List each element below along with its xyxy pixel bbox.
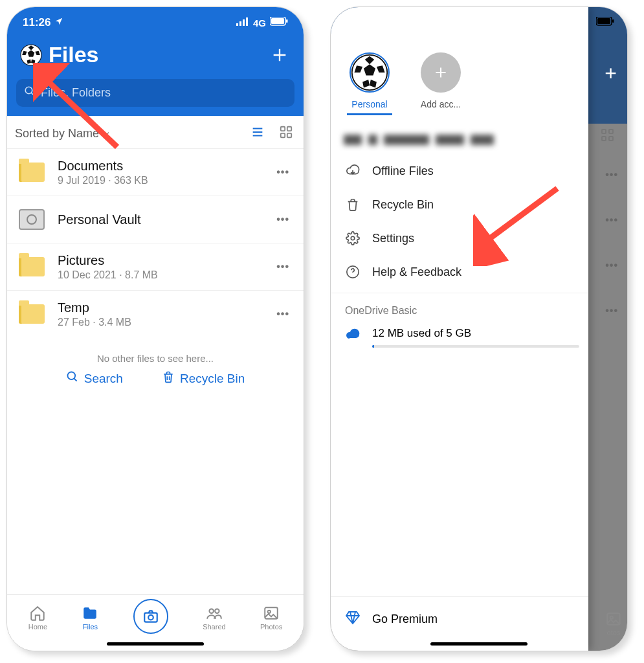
battery-icon (596, 16, 614, 29)
file-row[interactable]: Temp 27 Feb · 3.4 MB ••• (7, 291, 304, 337)
storage-fill (372, 345, 374, 348)
battery-icon (270, 16, 288, 29)
navigation-drawer: Personal Add acc... (331, 7, 588, 651)
empty-state-text: No other files to see here... (7, 337, 304, 370)
user-info-redacted (331, 119, 588, 150)
svg-rect-16 (287, 127, 291, 131)
storage-text: 12 MB used of 5 GB (372, 327, 579, 340)
header: 11:26 4G (7, 7, 304, 116)
svg-point-14 (25, 87, 32, 94)
quick-actions: Search Recycle Bin (7, 370, 304, 397)
active-indicator (347, 113, 392, 115)
title-row: Files (7, 29, 304, 74)
add-button[interactable] (269, 44, 291, 66)
soccer-avatar-icon (350, 52, 390, 93)
tab-label-partial: otos (607, 629, 621, 636)
chevron-down-icon (103, 127, 111, 140)
premium-label: Go Premium (372, 612, 438, 626)
grid-view-icon-bg (601, 129, 616, 141)
svg-rect-15 (281, 127, 285, 131)
more-button-bg: ••• (605, 245, 618, 286)
svg-rect-1 (239, 21, 241, 26)
add-account-button[interactable]: Add acc... (415, 52, 467, 109)
cloud-icon (345, 327, 361, 345)
drawer-menu: Offline Files Recycle Bin Settings Help … (331, 150, 588, 293)
svg-rect-5 (271, 18, 284, 24)
search-input[interactable]: Files, Folders (16, 79, 294, 107)
search-placeholder: Files, Folders (41, 86, 111, 100)
cloud-download-icon (345, 163, 361, 179)
file-name: Temp (58, 300, 272, 315)
signal-icon (236, 16, 249, 29)
status-time: 11:26 (23, 16, 50, 29)
more-button[interactable]: ••• (272, 261, 293, 273)
file-name: Personal Vault (58, 212, 272, 227)
trash-icon (162, 370, 175, 387)
svg-point-23 (215, 609, 219, 614)
grid-view-icon[interactable] (279, 125, 293, 142)
svg-point-39 (351, 236, 355, 240)
menu-settings[interactable]: Settings (331, 221, 588, 255)
account-label: Personal (351, 99, 387, 109)
home-indicator (430, 642, 527, 646)
tab-label: Shared (203, 623, 225, 631)
search-action-label: Search (84, 372, 123, 386)
file-row[interactable]: Personal Vault ••• (7, 196, 304, 243)
file-name: Documents (58, 159, 272, 174)
storage-usage[interactable]: 12 MB used of 5 GB (331, 320, 588, 357)
menu-label: Offline Files (372, 164, 434, 178)
tab-label: Home (28, 623, 47, 631)
menu-label: Recycle Bin (372, 198, 434, 212)
profile-avatar[interactable] (20, 44, 42, 66)
network-label: 4G (253, 17, 266, 28)
tab-shared[interactable]: Shared (203, 605, 225, 631)
svg-point-25 (268, 611, 271, 613)
search-icon (24, 85, 36, 100)
recycle-action[interactable]: Recycle Bin (162, 370, 245, 387)
gear-icon (345, 230, 361, 246)
file-list: Documents 9 Jul 2019 · 363 KB ••• Person… (7, 149, 304, 594)
account-personal[interactable]: Personal (344, 52, 395, 115)
list-view-icon[interactable] (250, 125, 265, 142)
phone-drawer-screen: + ••• ••• ••• ••• otos (330, 6, 628, 651)
file-row[interactable]: Documents 9 Jul 2019 · 363 KB ••• (7, 149, 304, 196)
recycle-action-label: Recycle Bin (180, 372, 245, 386)
more-button[interactable]: ••• (272, 214, 293, 225)
svg-rect-17 (281, 133, 285, 137)
phone-files-screen: 11:26 4G (6, 6, 304, 651)
more-button-bg: ••• (605, 155, 618, 195)
status-bar: 11:26 4G (7, 14, 304, 29)
folder-icon (17, 253, 46, 281)
tab-photos[interactable]: Photos (260, 605, 282, 631)
menu-offline-files[interactable]: Offline Files (331, 154, 588, 188)
menu-label: Settings (372, 232, 414, 245)
camera-button[interactable] (133, 599, 168, 634)
sort-row: Sorted by Name (7, 116, 304, 149)
menu-recycle-bin[interactable]: Recycle Bin (331, 188, 588, 221)
more-button[interactable]: ••• (272, 308, 293, 320)
tab-home[interactable]: Home (28, 605, 47, 631)
svg-rect-3 (246, 17, 248, 26)
tab-photos-bg: otos (605, 611, 622, 636)
file-meta: 9 Jul 2019 · 363 KB (58, 175, 272, 186)
file-row[interactable]: Pictures 10 Dec 2021 · 8.7 MB ••• (7, 243, 304, 291)
svg-rect-18 (287, 133, 291, 137)
file-meta: 10 Dec 2021 · 8.7 MB (58, 269, 272, 281)
search-action[interactable]: Search (66, 370, 123, 387)
sort-button[interactable]: Sorted by Name (15, 127, 111, 140)
svg-point-22 (209, 609, 214, 614)
svg-rect-6 (286, 19, 288, 23)
storage-bar (372, 345, 579, 348)
menu-help-feedback[interactable]: Help & Feedback (331, 255, 588, 289)
add-account-label: Add acc... (421, 99, 461, 109)
more-button[interactable]: ••• (272, 166, 293, 178)
svg-point-21 (148, 615, 153, 620)
menu-label: Help & Feedback (372, 265, 461, 279)
tab-files[interactable]: Files (82, 605, 98, 631)
vault-icon (17, 205, 46, 234)
more-button-bg: ••• (605, 291, 618, 331)
svg-rect-2 (243, 19, 245, 26)
folder-icon (17, 158, 46, 186)
add-button-bg: + (605, 62, 617, 85)
svg-rect-30 (597, 18, 610, 24)
